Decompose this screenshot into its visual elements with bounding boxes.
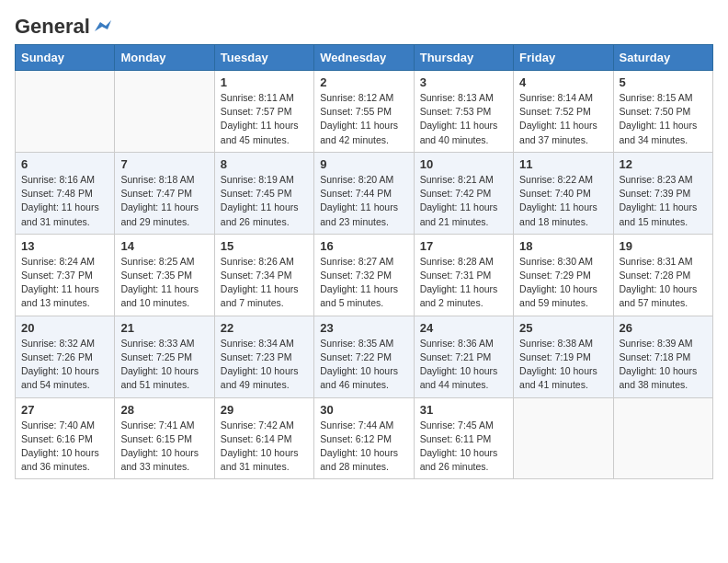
day-info: Sunrise: 8:33 AM Sunset: 7:25 PM Dayligh… bbox=[120, 337, 208, 393]
calendar-day-cell: 27Sunrise: 7:40 AM Sunset: 6:16 PM Dayli… bbox=[16, 397, 115, 479]
empty-cell bbox=[16, 71, 115, 153]
calendar-day-cell: 18Sunrise: 8:30 AM Sunset: 7:29 PM Dayli… bbox=[514, 234, 613, 316]
day-info: Sunrise: 7:40 AM Sunset: 6:16 PM Dayligh… bbox=[21, 419, 108, 475]
day-number: 30 bbox=[320, 403, 407, 417]
day-number: 20 bbox=[21, 321, 108, 335]
svg-marker-0 bbox=[95, 20, 111, 31]
day-number: 10 bbox=[420, 157, 507, 171]
calendar-day-cell: 1Sunrise: 8:11 AM Sunset: 7:57 PM Daylig… bbox=[214, 71, 313, 153]
day-info: Sunrise: 8:18 AM Sunset: 7:47 PM Dayligh… bbox=[120, 173, 208, 229]
page-header: General bbox=[15, 15, 713, 35]
calendar-day-cell: 30Sunrise: 7:44 AM Sunset: 6:12 PM Dayli… bbox=[314, 397, 414, 479]
calendar-day-cell: 9Sunrise: 8:20 AM Sunset: 7:44 PM Daylig… bbox=[314, 152, 414, 234]
column-header-saturday: Saturday bbox=[613, 45, 712, 71]
day-info: Sunrise: 8:12 AM Sunset: 7:55 PM Dayligh… bbox=[320, 91, 407, 147]
day-number: 12 bbox=[620, 157, 707, 171]
day-info: Sunrise: 7:42 AM Sunset: 6:14 PM Dayligh… bbox=[221, 419, 308, 475]
day-info: Sunrise: 8:19 AM Sunset: 7:45 PM Dayligh… bbox=[221, 173, 308, 229]
calendar-day-cell: 25Sunrise: 8:38 AM Sunset: 7:19 PM Dayli… bbox=[514, 316, 613, 397]
day-info: Sunrise: 8:36 AM Sunset: 7:21 PM Dayligh… bbox=[420, 337, 507, 393]
calendar-day-cell: 17Sunrise: 8:28 AM Sunset: 7:31 PM Dayli… bbox=[414, 234, 513, 316]
day-info: Sunrise: 7:44 AM Sunset: 6:12 PM Dayligh… bbox=[320, 419, 407, 475]
calendar-day-cell: 13Sunrise: 8:24 AM Sunset: 7:37 PM Dayli… bbox=[16, 234, 115, 316]
day-info: Sunrise: 8:27 AM Sunset: 7:32 PM Dayligh… bbox=[320, 255, 407, 311]
day-number: 14 bbox=[120, 239, 208, 253]
calendar-day-cell: 2Sunrise: 8:12 AM Sunset: 7:55 PM Daylig… bbox=[314, 71, 414, 153]
day-info: Sunrise: 8:15 AM Sunset: 7:50 PM Dayligh… bbox=[620, 91, 707, 147]
calendar-day-cell: 14Sunrise: 8:25 AM Sunset: 7:35 PM Dayli… bbox=[115, 234, 214, 316]
day-info: Sunrise: 8:34 AM Sunset: 7:23 PM Dayligh… bbox=[221, 337, 308, 393]
day-number: 15 bbox=[221, 239, 308, 253]
day-number: 11 bbox=[519, 157, 607, 171]
calendar-week-row: 27Sunrise: 7:40 AM Sunset: 6:16 PM Dayli… bbox=[16, 397, 713, 479]
calendar-day-cell: 26Sunrise: 8:39 AM Sunset: 7:18 PM Dayli… bbox=[613, 316, 712, 397]
empty-cell bbox=[514, 397, 613, 479]
calendar-week-row: 13Sunrise: 8:24 AM Sunset: 7:37 PM Dayli… bbox=[16, 234, 713, 316]
day-number: 29 bbox=[221, 403, 308, 417]
calendar-week-row: 6Sunrise: 8:16 AM Sunset: 7:48 PM Daylig… bbox=[16, 152, 713, 234]
day-info: Sunrise: 8:14 AM Sunset: 7:52 PM Dayligh… bbox=[519, 91, 607, 147]
day-number: 26 bbox=[620, 321, 707, 335]
day-number: 16 bbox=[320, 239, 407, 253]
day-info: Sunrise: 8:32 AM Sunset: 7:26 PM Dayligh… bbox=[21, 337, 108, 393]
day-number: 5 bbox=[620, 75, 707, 89]
day-number: 8 bbox=[221, 157, 308, 171]
day-info: Sunrise: 8:21 AM Sunset: 7:42 PM Dayligh… bbox=[420, 173, 507, 229]
calendar-day-cell: 28Sunrise: 7:41 AM Sunset: 6:15 PM Dayli… bbox=[115, 397, 214, 479]
calendar-day-cell: 10Sunrise: 8:21 AM Sunset: 7:42 PM Dayli… bbox=[414, 152, 513, 234]
calendar-day-cell: 23Sunrise: 8:35 AM Sunset: 7:22 PM Dayli… bbox=[314, 316, 414, 397]
column-header-thursday: Thursday bbox=[414, 45, 513, 71]
calendar-day-cell: 29Sunrise: 7:42 AM Sunset: 6:14 PM Dayli… bbox=[214, 397, 313, 479]
calendar-day-cell: 20Sunrise: 8:32 AM Sunset: 7:26 PM Dayli… bbox=[16, 316, 115, 397]
day-number: 18 bbox=[519, 239, 607, 253]
day-number: 27 bbox=[21, 403, 108, 417]
calendar-day-cell: 19Sunrise: 8:31 AM Sunset: 7:28 PM Dayli… bbox=[613, 234, 712, 316]
day-info: Sunrise: 8:23 AM Sunset: 7:39 PM Dayligh… bbox=[620, 173, 707, 229]
calendar-day-cell: 31Sunrise: 7:45 AM Sunset: 6:11 PM Dayli… bbox=[414, 397, 513, 479]
day-number: 25 bbox=[519, 321, 607, 335]
day-number: 19 bbox=[620, 239, 707, 253]
day-info: Sunrise: 8:28 AM Sunset: 7:31 PM Dayligh… bbox=[420, 255, 507, 311]
day-info: Sunrise: 8:24 AM Sunset: 7:37 PM Dayligh… bbox=[21, 255, 108, 311]
calendar-header-row: SundayMondayTuesdayWednesdayThursdayFrid… bbox=[16, 45, 713, 71]
day-info: Sunrise: 7:45 AM Sunset: 6:11 PM Dayligh… bbox=[420, 419, 507, 475]
day-info: Sunrise: 8:11 AM Sunset: 7:57 PM Dayligh… bbox=[221, 91, 308, 147]
logo-bird-icon bbox=[91, 18, 111, 35]
day-info: Sunrise: 8:30 AM Sunset: 7:29 PM Dayligh… bbox=[519, 255, 607, 311]
column-header-friday: Friday bbox=[514, 45, 613, 71]
calendar-day-cell: 11Sunrise: 8:22 AM Sunset: 7:40 PM Dayli… bbox=[514, 152, 613, 234]
calendar-day-cell: 12Sunrise: 8:23 AM Sunset: 7:39 PM Dayli… bbox=[613, 152, 712, 234]
calendar-day-cell: 15Sunrise: 8:26 AM Sunset: 7:34 PM Dayli… bbox=[214, 234, 313, 316]
logo: General bbox=[15, 15, 112, 35]
day-number: 1 bbox=[221, 75, 308, 89]
day-number: 4 bbox=[519, 75, 607, 89]
day-info: Sunrise: 7:41 AM Sunset: 6:15 PM Dayligh… bbox=[120, 419, 208, 475]
day-number: 28 bbox=[120, 403, 208, 417]
calendar-day-cell: 5Sunrise: 8:15 AM Sunset: 7:50 PM Daylig… bbox=[613, 71, 712, 153]
day-number: 9 bbox=[320, 157, 407, 171]
day-info: Sunrise: 8:22 AM Sunset: 7:40 PM Dayligh… bbox=[519, 173, 607, 229]
column-header-tuesday: Tuesday bbox=[214, 45, 313, 71]
calendar-day-cell: 16Sunrise: 8:27 AM Sunset: 7:32 PM Dayli… bbox=[314, 234, 414, 316]
empty-cell bbox=[115, 71, 214, 153]
day-info: Sunrise: 8:26 AM Sunset: 7:34 PM Dayligh… bbox=[221, 255, 308, 311]
calendar-day-cell: 3Sunrise: 8:13 AM Sunset: 7:53 PM Daylig… bbox=[414, 71, 513, 153]
day-number: 6 bbox=[21, 157, 108, 171]
day-info: Sunrise: 8:16 AM Sunset: 7:48 PM Dayligh… bbox=[21, 173, 108, 229]
day-number: 23 bbox=[320, 321, 407, 335]
day-info: Sunrise: 8:35 AM Sunset: 7:22 PM Dayligh… bbox=[320, 337, 407, 393]
column-header-sunday: Sunday bbox=[16, 45, 115, 71]
day-info: Sunrise: 8:39 AM Sunset: 7:18 PM Dayligh… bbox=[620, 337, 707, 393]
day-number: 22 bbox=[221, 321, 308, 335]
calendar-day-cell: 21Sunrise: 8:33 AM Sunset: 7:25 PM Dayli… bbox=[115, 316, 214, 397]
calendar-day-cell: 8Sunrise: 8:19 AM Sunset: 7:45 PM Daylig… bbox=[214, 152, 313, 234]
day-info: Sunrise: 8:20 AM Sunset: 7:44 PM Dayligh… bbox=[320, 173, 407, 229]
day-number: 3 bbox=[420, 75, 507, 89]
calendar-day-cell: 22Sunrise: 8:34 AM Sunset: 7:23 PM Dayli… bbox=[214, 316, 313, 397]
day-number: 31 bbox=[420, 403, 507, 417]
day-number: 2 bbox=[320, 75, 407, 89]
day-info: Sunrise: 8:25 AM Sunset: 7:35 PM Dayligh… bbox=[120, 255, 208, 311]
column-header-wednesday: Wednesday bbox=[314, 45, 414, 71]
calendar-day-cell: 6Sunrise: 8:16 AM Sunset: 7:48 PM Daylig… bbox=[16, 152, 115, 234]
logo-general: General bbox=[15, 15, 90, 39]
